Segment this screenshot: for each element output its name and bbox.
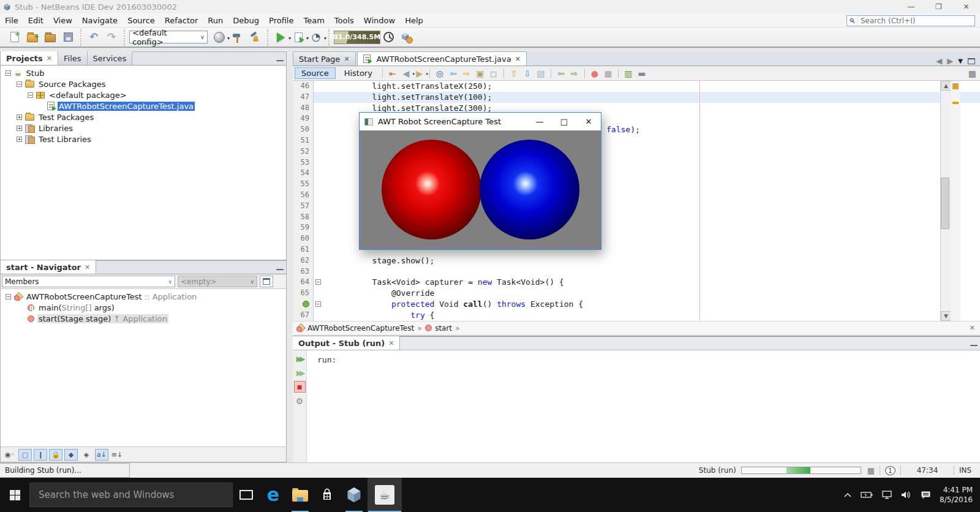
show-fields-button[interactable]: ▢ xyxy=(18,449,32,461)
close-icon[interactable]: ✕ xyxy=(515,55,521,63)
sort-alphabetically-button[interactable]: a↓ xyxy=(95,449,108,461)
stop-macro-icon[interactable]: ■ xyxy=(601,67,615,80)
editor-tab[interactable]: Start Page✕ xyxy=(293,51,356,66)
notifications-badge[interactable]: 1 xyxy=(885,466,895,475)
save-all-icon[interactable] xyxy=(60,29,76,45)
show-inherited-members-button[interactable]: ◉◦ xyxy=(3,449,17,461)
members-view-select[interactable]: Members∨ xyxy=(2,276,175,287)
code-line[interactable]: 64− Task<Void> capturer = new Task<Void>… xyxy=(293,277,980,288)
view-source-button[interactable]: Source xyxy=(295,67,336,79)
forward-icon[interactable]: ▶▾ xyxy=(413,67,426,80)
code-line[interactable]: 67 try { xyxy=(293,310,980,321)
new-file-icon[interactable]: + xyxy=(7,29,23,45)
java-app-button[interactable]: ☕ xyxy=(368,478,402,512)
memory-meter[interactable]: 181.0/348.5MB xyxy=(334,31,380,44)
back-icon[interactable]: ◀▾ xyxy=(399,67,413,80)
expand-icon[interactable]: + xyxy=(17,137,22,142)
awt-window-title-bar[interactable]: AWT Robot ScreenCapture Test — □ ✕ xyxy=(360,113,601,130)
tree-item[interactable]: AWTRobotScreenCaptureTest.java xyxy=(1,100,286,111)
taskbar-clock[interactable]: 4:41 PM 8/5/2016 xyxy=(940,485,973,505)
insert-mode-indicator[interactable]: INS xyxy=(959,466,980,475)
new-project-icon[interactable]: + xyxy=(24,29,40,45)
rectangular-selection-icon[interactable]: ◻ xyxy=(487,67,500,80)
minimize-panel-button[interactable]: — xyxy=(274,56,286,65)
menu-file[interactable]: File xyxy=(0,16,23,25)
code-line[interactable]: 46 light.setTranslateX(250); xyxy=(293,81,980,92)
uncomment-icon[interactable]: ▬ xyxy=(635,67,649,80)
start-button[interactable] xyxy=(0,478,29,512)
collapse-icon[interactable] xyxy=(19,316,24,322)
scroll-down-icon[interactable]: ▼ xyxy=(941,311,951,321)
expand-icon[interactable]: + xyxy=(17,115,22,120)
close-icon[interactable]: ✕ xyxy=(85,263,90,271)
view-history-button[interactable]: History xyxy=(337,67,379,79)
sort-by-source-button[interactable]: ≡↓ xyxy=(110,449,124,461)
duplicate-line-icon[interactable]: ▤ xyxy=(534,67,548,80)
tree-item[interactable]: −Source Packages xyxy=(1,78,286,89)
show-inner-classes-button[interactable]: ◈ xyxy=(80,449,93,461)
tree-item[interactable]: +Libraries xyxy=(1,122,286,134)
navigator-item[interactable]: main(String[] args) xyxy=(1,302,286,313)
comment-icon[interactable]: ▥ xyxy=(622,67,635,80)
awt-close-button[interactable]: ✕ xyxy=(576,113,601,130)
stop-build-button[interactable]: ■ xyxy=(294,381,306,393)
code-line[interactable]: 47 light.setTranslateY(100); xyxy=(293,92,980,103)
scroll-tabs-right-icon[interactable]: ▶ xyxy=(947,56,953,66)
move-up-icon[interactable]: ⇧ xyxy=(507,67,521,80)
collapse-icon[interactable]: − xyxy=(17,81,22,87)
rerun-with-options-button[interactable]: ▶▶ xyxy=(294,367,306,378)
menu-navigate[interactable]: Navigate xyxy=(77,16,123,25)
clean-build-icon[interactable] xyxy=(247,29,263,45)
move-down-icon[interactable]: ⇩ xyxy=(521,67,534,80)
collapse-icon[interactable]: − xyxy=(6,70,11,76)
tab-files[interactable]: Files xyxy=(58,51,88,65)
output-tab[interactable]: Output - Stub (run) ✕ xyxy=(293,336,400,350)
inherited-filter-select[interactable]: <empty>∨ xyxy=(178,276,257,287)
build-progress-bar[interactable] xyxy=(741,467,861,474)
gc-icon[interactable] xyxy=(380,29,396,45)
menu-profile[interactable]: Profile xyxy=(264,16,298,25)
maximize-button[interactable]: ❐ xyxy=(925,0,952,13)
navigator-item[interactable]: start(Stage stage) ↑ Application xyxy=(1,313,286,324)
tray-chevron-icon[interactable] xyxy=(843,492,852,498)
battery-icon[interactable] xyxy=(861,491,873,499)
open-project-icon[interactable] xyxy=(42,29,58,45)
menu-tools[interactable]: Tools xyxy=(330,16,359,25)
find-next-icon[interactable]: ⇨ xyxy=(460,67,473,80)
run-project-icon[interactable]: ▾ xyxy=(273,29,288,45)
netbeans-button[interactable] xyxy=(341,478,368,512)
navigator-tab[interactable]: start - Navigator ✕ xyxy=(1,260,96,274)
taskbar-search-box[interactable]: Search the web and Windows xyxy=(29,483,233,507)
menu-source[interactable]: Source xyxy=(123,16,160,25)
menu-edit[interactable]: Edit xyxy=(23,16,48,25)
menu-team[interactable]: Team xyxy=(298,16,329,25)
redo-icon[interactable]: ↷ xyxy=(104,29,119,45)
tab-projects[interactable]: Projects✕ xyxy=(1,51,58,65)
shift-left-icon[interactable]: ⇦ xyxy=(554,67,568,80)
debug-project-icon[interactable]: ▾ xyxy=(290,29,306,45)
warning-mark[interactable] xyxy=(952,102,959,104)
fold-collapse-icon[interactable]: − xyxy=(315,279,321,285)
awt-minimize-button[interactable]: — xyxy=(527,113,552,130)
last-edit-location-icon[interactable]: ⇤ xyxy=(386,67,399,80)
minimize-panel-button[interactable]: — xyxy=(968,341,980,350)
scroll-up-icon[interactable]: ▲ xyxy=(941,81,951,91)
ide-search-box[interactable]: 🔍︎ xyxy=(846,15,975,26)
scroll-tabs-left-icon[interactable]: ◀ xyxy=(936,56,942,66)
tab-list-icon[interactable]: ▼ xyxy=(958,58,963,64)
process-list-icon[interactable]: ▦ xyxy=(867,466,875,475)
file-explorer-button[interactable] xyxy=(287,478,314,512)
awt-robot-window[interactable]: AWT Robot ScreenCapture Test — □ ✕ xyxy=(359,112,601,250)
network-icon[interactable] xyxy=(881,491,892,499)
minimize-button[interactable]: — xyxy=(897,0,925,13)
menu-view[interactable]: View xyxy=(48,16,77,25)
code-line[interactable]: 62 stage.show(); xyxy=(293,255,980,266)
close-icon[interactable]: ✕ xyxy=(970,324,975,332)
tab-services[interactable]: Services xyxy=(88,51,133,65)
search-icon[interactable]: 🔍︎ xyxy=(847,16,858,26)
navigator-item[interactable]: −AWTRobotScreenCaptureTest :: Applicatio… xyxy=(1,291,286,302)
action-center-icon[interactable] xyxy=(921,491,931,500)
show-static-members-button[interactable]: ❙ xyxy=(34,449,47,461)
tree-item[interactable]: −<default package> xyxy=(1,89,286,100)
split-editor-icon[interactable]: ▦ xyxy=(968,69,976,78)
